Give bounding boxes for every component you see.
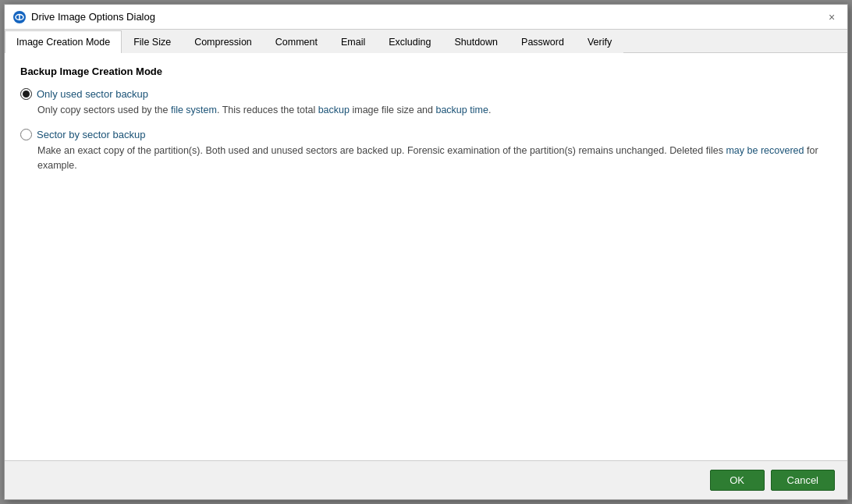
radio-label-sector-by-sector[interactable]: Sector by sector backup: [20, 129, 832, 140]
close-button[interactable]: ×: [824, 9, 840, 25]
tab-image-creation-mode[interactable]: Image Creation Mode: [5, 30, 122, 53]
tab-password[interactable]: Password: [509, 30, 576, 53]
tab-file-size[interactable]: File Size: [122, 30, 183, 53]
tab-compression[interactable]: Compression: [183, 30, 264, 53]
option-used-sector-description: Only copy sectors used by the file syste…: [37, 103, 832, 118]
option-sector-by-sector-description: Make an exact copy of the partition(s). …: [37, 144, 832, 173]
tab-shutdown[interactable]: Shutdown: [442, 30, 509, 53]
drive-image-options-dialog: Drive Image Options Dialog × Image Creat…: [4, 4, 848, 500]
title-bar-left: Drive Image Options Dialog: [12, 10, 155, 24]
content-area: Backup Image Creation Mode Only used sec…: [5, 53, 847, 460]
ok-button[interactable]: OK: [710, 470, 765, 491]
footer: OK Cancel: [5, 460, 847, 499]
tab-verify[interactable]: Verify: [576, 30, 623, 53]
tabs-bar: Image Creation Mode File Size Compressio…: [5, 30, 847, 53]
cancel-button[interactable]: Cancel: [771, 470, 835, 491]
radio-label-used-sector[interactable]: Only used sector backup: [20, 88, 832, 100]
option-used-sector: Only used sector backup Only copy sector…: [20, 88, 832, 118]
option-used-sector-label: Only used sector backup: [37, 88, 148, 100]
radio-used-sector[interactable]: [20, 88, 32, 100]
tab-excluding[interactable]: Excluding: [377, 30, 442, 53]
option-sector-by-sector-label: Sector by sector backup: [37, 129, 145, 140]
option-sector-by-sector: Sector by sector backup Make an exact co…: [20, 129, 832, 173]
title-bar: Drive Image Options Dialog ×: [5, 5, 847, 30]
section-title: Backup Image Creation Mode: [20, 66, 832, 77]
radio-sector-by-sector[interactable]: [20, 129, 32, 140]
tab-email[interactable]: Email: [329, 30, 377, 53]
app-icon: [12, 10, 27, 24]
tab-comment[interactable]: Comment: [264, 30, 329, 53]
dialog-title: Drive Image Options Dialog: [31, 11, 155, 23]
